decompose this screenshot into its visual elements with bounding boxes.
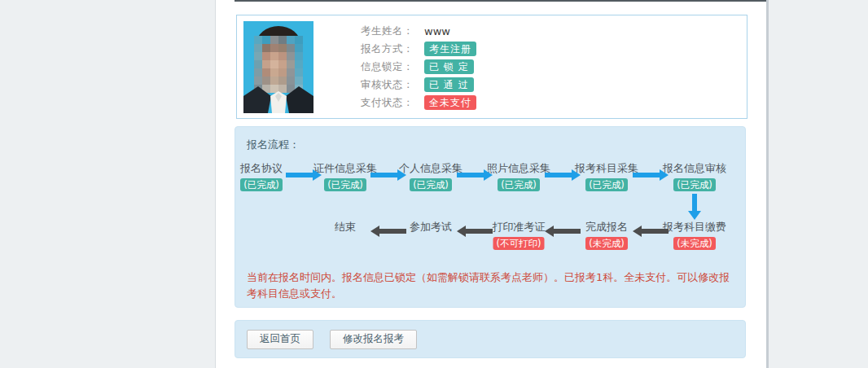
arrow-right-icon (457, 173, 484, 177)
info-label: 信息锁定： (361, 60, 416, 74)
info-label: 报名方式： (361, 42, 416, 56)
info-row: 审核状态：已 通 过 (361, 77, 476, 92)
arrow-left-icon (642, 229, 669, 234)
flow-step-label: 证件信息采集 (313, 161, 377, 176)
flow-step: 参加考试 (410, 220, 452, 234)
status-note: 当前在报名时间内。报名信息已锁定（如需解锁请联系考点老师）。已报考1科。全未支付… (247, 269, 740, 302)
flow-step-label: 打印准考证 (493, 220, 546, 234)
arrow-left-icon (379, 229, 406, 234)
actions-panel: 返回首页 修改报名报考 (235, 320, 746, 358)
arrow-left-icon (554, 229, 581, 234)
status-badge: 考生注册 (424, 42, 476, 56)
flow-step-status-badge: (不可打印) (493, 237, 545, 250)
candidate-photo (243, 21, 313, 113)
status-badge: 全未支付 (424, 95, 476, 110)
header-divider (235, 0, 766, 2)
flow-step: 报考科目采集(已完成) (575, 161, 638, 191)
flow-step-label: 报考科目缴费 (663, 220, 726, 234)
flow-step: 个人信息采集(已完成) (399, 161, 462, 191)
flow-title: 报名流程： (247, 138, 300, 152)
flow-step: 报名协议(已完成) (240, 161, 283, 191)
flow-step-label: 参加考试 (410, 220, 452, 234)
arrow-right-icon (633, 173, 660, 177)
info-value: www (424, 25, 450, 37)
flow-step: 打印准考证(不可打印) (493, 220, 546, 250)
info-row: 考生姓名：www (361, 24, 476, 38)
flow-step-status-badge: (已完成) (410, 178, 451, 191)
flow-step-label: 报考科目采集 (575, 161, 638, 176)
status-badge: 已 通 过 (424, 77, 474, 92)
flow-step-status-badge: (已完成) (324, 178, 366, 191)
flow-step-label: 照片信息采集 (487, 161, 550, 176)
flow-step-label: 完成报名 (585, 220, 628, 234)
content-left-edge (215, 0, 216, 368)
info-label: 审核状态： (361, 78, 416, 92)
flow-step: 结束 (335, 220, 356, 234)
flow-step-status-badge: (已完成) (673, 178, 715, 191)
flow-step-status-badge: (已完成) (585, 178, 627, 191)
flow-step-status-badge: (已完成) (498, 178, 539, 191)
info-row: 信息锁定：已 锁 定 (361, 59, 476, 74)
flow-step-label: 个人信息采集 (399, 161, 462, 176)
arrow-down-icon (692, 194, 697, 211)
flow-step: 报考科目缴费(未完成) (663, 220, 726, 250)
arrow-right-icon (545, 173, 572, 177)
registration-flow-panel: 报名流程： 报名协议(已完成)证件信息采集(已完成)个人信息采集(已完成)照片信… (235, 126, 746, 308)
arrow-left-icon (466, 229, 493, 234)
flow-step-label: 报名协议 (240, 161, 283, 176)
flow-step-status-badge: (已完成) (240, 178, 282, 191)
scrollbar-track[interactable] (766, 0, 769, 368)
flow-step-label: 报名信息审核 (663, 161, 726, 176)
flow-step: 完成报名(未完成) (585, 220, 628, 250)
status-badge: 已 锁 定 (424, 59, 474, 74)
flow-step: 报名信息审核(已完成) (663, 161, 726, 191)
flow-step-label: 结束 (335, 220, 356, 234)
flow-step: 证件信息采集(已完成) (313, 161, 377, 191)
candidate-info-card: 考生姓名：www报名方式：考生注册信息锁定：已 锁 定审核状态：已 通 过支付状… (236, 15, 747, 119)
info-label: 支付状态： (361, 96, 416, 110)
info-row: 报名方式：考生注册 (361, 42, 476, 56)
arrow-right-icon (370, 173, 397, 177)
info-label: 考生姓名： (361, 24, 416, 38)
modify-registration-button[interactable]: 修改报名报考 (330, 330, 417, 349)
info-row: 支付状态：全未支付 (361, 95, 476, 110)
flow-step-status-badge: (未完成) (673, 237, 715, 250)
flow-step-status-badge: (未完成) (585, 237, 627, 250)
arrow-down-head-icon (688, 211, 701, 220)
flow-step: 照片信息采集(已完成) (487, 161, 550, 191)
back-home-button[interactable]: 返回首页 (247, 330, 313, 349)
arrow-right-icon (286, 173, 313, 177)
